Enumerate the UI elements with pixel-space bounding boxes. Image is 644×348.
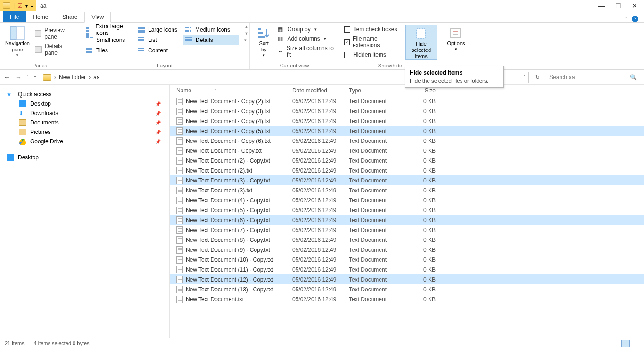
sidebar-google-drive[interactable]: Google Drive 📌 [0, 137, 169, 146]
file-row[interactable]: New Text Document (10) - Copy.txt05/02/2… [170, 255, 644, 265]
close-button[interactable]: ✕ [632, 2, 637, 9]
file-row[interactable]: New Text Document (3).txt05/02/2016 12:4… [170, 185, 644, 195]
file-row[interactable]: New Text Document (13) - Copy.txt05/02/2… [170, 284, 644, 294]
layout-medium[interactable]: Medium icons [183, 25, 239, 35]
file-row[interactable]: New Text Document (12) - Copy.txt05/02/2… [170, 274, 644, 284]
layout-scroll-up-icon[interactable]: ▲ [244, 25, 248, 29]
column-date[interactable]: Date modified [292, 87, 349, 94]
file-name-extensions-toggle[interactable]: ✓File name extensions [343, 35, 403, 49]
qat-chevron-icon[interactable]: ▾ [25, 3, 28, 8]
layout-list[interactable]: List [136, 35, 183, 45]
view-thumbnails-icon[interactable] [631, 340, 639, 347]
hidden-items-toggle[interactable]: Hidden items [343, 51, 403, 58]
file-size: 0 KB [405, 257, 438, 263]
group-current-view-label: Current view [254, 63, 335, 69]
layout-details[interactable]: Details [183, 35, 239, 45]
file-row[interactable]: New Text Document (2) - Copy.txt05/02/20… [170, 156, 644, 166]
column-name[interactable]: Name [176, 87, 191, 94]
group-by-button[interactable]: ▦Group by▾ [277, 25, 335, 33]
file-type: Text Document [349, 197, 405, 204]
breadcrumb-seg-2[interactable]: aa [93, 74, 99, 81]
download-icon: ⬇ [19, 110, 26, 116]
text-file-icon [176, 117, 183, 125]
documents-icon [19, 119, 26, 126]
file-size: 0 KB [405, 266, 438, 273]
text-file-icon [176, 236, 183, 244]
file-name: New Text Document - Copy.txt [186, 148, 262, 154]
file-date: 05/02/2016 12:49 [292, 128, 349, 134]
layout-expand-icon[interactable]: ▾ [244, 38, 248, 42]
help-icon[interactable]: ? [632, 16, 638, 22]
layout-content[interactable]: Content [136, 45, 183, 56]
layout-extra-large[interactable]: Extra large icons [84, 25, 136, 35]
file-row[interactable]: New Text Document - Copy (6).txt05/02/20… [170, 136, 644, 146]
file-size: 0 KB [405, 128, 438, 134]
sort-indicator-icon: ˄ [214, 88, 216, 93]
breadcrumb-seg-1[interactable]: New folder [59, 74, 86, 81]
file-row[interactable]: New Text Document - Copy.txt05/02/2016 1… [170, 146, 644, 156]
sidebar-quick-access[interactable]: ★ Quick access [0, 90, 169, 99]
layout-small[interactable]: Small icons [84, 35, 136, 45]
breadcrumb-dropdown-icon[interactable]: ˅ [523, 74, 526, 81]
sort-by-button[interactable]: Sort by ▾ [254, 25, 274, 58]
minimize-button[interactable]: — [598, 2, 605, 9]
back-button[interactable]: ← [4, 74, 10, 81]
tab-view[interactable]: View [84, 12, 111, 23]
details-pane-button[interactable]: Details pane [34, 42, 76, 57]
file-row[interactable]: New Text Document (2).txt05/02/2016 12:4… [170, 166, 644, 175]
tab-file[interactable]: File [3, 11, 26, 22]
file-type: Text Document [349, 187, 405, 194]
file-row[interactable]: New Text Document.txt05/02/2016 12:49Tex… [170, 294, 644, 304]
item-check-boxes-toggle[interactable]: Item check boxes [343, 25, 403, 33]
layout-large[interactable]: Large icons [136, 25, 183, 35]
sidebar-desktop[interactable]: Desktop 📌 [0, 99, 169, 108]
view-details-icon[interactable] [621, 340, 630, 347]
file-row[interactable]: New Text Document - Copy (2).txt05/02/20… [170, 96, 644, 106]
file-row[interactable]: New Text Document - Copy (4).txt05/02/20… [170, 116, 644, 126]
hide-selected-items-button[interactable]: Hide selected items [405, 25, 437, 60]
preview-pane-button[interactable]: Preview pane [34, 26, 76, 41]
file-type: Text Document [349, 266, 405, 273]
navigation-pane-button[interactable]: Navigation pane ▾ [4, 25, 31, 58]
sidebar-desktop-root[interactable]: Desktop [0, 153, 169, 162]
layout-scroll-down-icon[interactable]: ▼ [244, 31, 248, 36]
file-row[interactable]: New Text Document (11) - Copy.txt05/02/2… [170, 265, 644, 274]
ribbon-collapse-icon[interactable]: ˄ [624, 16, 627, 22]
file-date: 05/02/2016 12:49 [292, 157, 349, 164]
file-row[interactable]: New Text Document (4) - Copy.txt05/02/20… [170, 195, 644, 205]
tab-share[interactable]: Share [55, 11, 84, 22]
refresh-button[interactable]: ↻ [532, 72, 543, 83]
column-type[interactable]: Type [349, 87, 405, 94]
tab-home[interactable]: Home [26, 11, 55, 22]
file-size: 0 KB [405, 247, 438, 253]
maximize-button[interactable]: ☐ [615, 2, 621, 9]
recent-locations-button[interactable]: ˅ [26, 75, 29, 80]
qat-overflow-icon[interactable]: = [31, 3, 33, 8]
file-row[interactable]: New Text Document (6) - Copy.txt05/02/20… [170, 215, 644, 225]
pin-icon: 📌 [155, 120, 161, 125]
qat-props-icon[interactable]: ☑ [17, 2, 23, 9]
column-size[interactable]: Size [405, 87, 438, 94]
sidebar-documents[interactable]: Documents 📌 [0, 118, 169, 127]
add-columns-button[interactable]: ▥Add columns▾ [277, 35, 335, 42]
size-columns-button[interactable]: ↔Size all columns to fit [277, 44, 335, 58]
layout-tiles[interactable]: Tiles [84, 45, 136, 56]
file-row[interactable]: New Text Document (7) - Copy.txt05/02/20… [170, 225, 644, 235]
sidebar-pictures[interactable]: Pictures 📌 [0, 127, 169, 137]
file-row[interactable]: New Text Document - Copy (5).txt05/02/20… [170, 126, 644, 136]
file-type: Text Document [349, 247, 405, 253]
desktop-icon [7, 154, 14, 161]
file-row[interactable]: New Text Document (3) - Copy.txt05/02/20… [170, 175, 644, 185]
file-row[interactable]: New Text Document (5) - Copy.txt05/02/20… [170, 205, 644, 215]
file-row[interactable]: New Text Document (9) - Copy.txt05/02/20… [170, 245, 644, 255]
options-button[interactable]: Options ▾ [445, 25, 467, 51]
sidebar-downloads[interactable]: ⬇ Downloads 📌 [0, 108, 169, 118]
file-row[interactable]: New Text Document (8) - Copy.txt05/02/20… [170, 235, 644, 245]
up-button[interactable]: ↑ [33, 74, 37, 81]
file-date: 05/02/2016 12:49 [292, 207, 349, 214]
forward-button[interactable]: → [15, 74, 22, 81]
file-type: Text Document [349, 217, 405, 224]
file-row[interactable]: New Text Document - Copy (3).txt05/02/20… [170, 106, 644, 116]
search-box[interactable]: Search aa 🔍 [546, 72, 640, 83]
file-name: New Text Document - Copy (6).txt [186, 138, 271, 144]
